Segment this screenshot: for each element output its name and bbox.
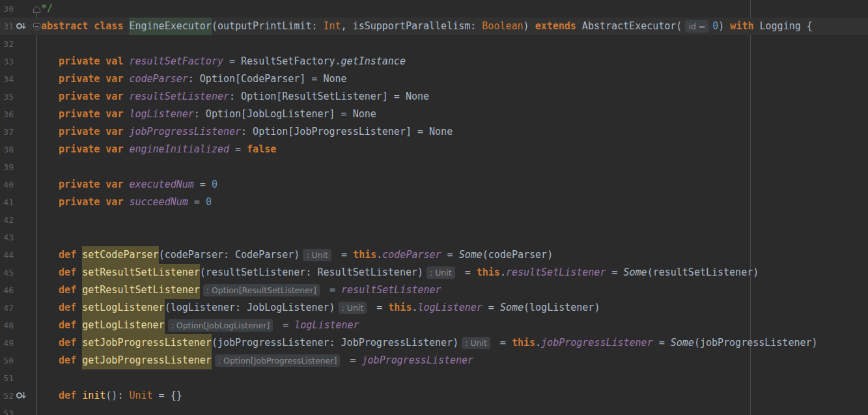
code-token: (codeParser: CodeParser) bbox=[159, 249, 300, 261]
code-token bbox=[41, 196, 59, 208]
keyword-token: with bbox=[730, 20, 753, 32]
line-number[interactable]: 30 bbox=[0, 0, 14, 18]
keyword-token: def bbox=[59, 302, 76, 313]
code-line[interactable]: 32 bbox=[0, 35, 868, 53]
code-line[interactable]: 45 def setResultSetListener(resultSetLis… bbox=[0, 264, 868, 281]
overridden-marker-icon[interactable] bbox=[16, 391, 27, 401]
line-number[interactable]: 35 bbox=[0, 88, 14, 106]
code-line[interactable]: 35 private var resultSetListener: Option… bbox=[0, 88, 868, 106]
code-line[interactable]: 41 private var succeedNum = 0 bbox=[0, 193, 868, 211]
line-number[interactable]: 40 bbox=[0, 176, 14, 193]
overridden-arrow-icon bbox=[16, 21, 27, 31]
code-text: private val resultSetFactory = ResultSet… bbox=[41, 53, 406, 70]
code-line[interactable]: 31abstract class EngineExecutor(outputPr… bbox=[0, 18, 868, 35]
code-text: private var resultSetListener: Option[Re… bbox=[41, 88, 429, 106]
code-line[interactable]: 33 private val resultSetFactory = Result… bbox=[0, 53, 868, 70]
code-editor[interactable]: 30*/31abstract class EngineExecutor(outp… bbox=[0, 0, 868, 415]
inline-hint[interactable]: : Unit bbox=[339, 302, 367, 314]
keyword-token: abstract class bbox=[41, 20, 129, 32]
code-token: = bbox=[371, 302, 388, 313]
code-line[interactable]: 38 private var engineInitialized = false bbox=[0, 141, 868, 158]
class-name: EngineExecutor bbox=[129, 18, 211, 35]
line-number[interactable]: 32 bbox=[0, 35, 14, 53]
line-number[interactable]: 43 bbox=[0, 229, 14, 246]
code-token: = bbox=[483, 302, 500, 313]
editor-rows: 30*/31abstract class EngineExecutor(outp… bbox=[0, 0, 868, 415]
code-line[interactable]: 43 bbox=[0, 229, 868, 246]
keyword-token: def bbox=[59, 266, 76, 278]
fold-end-icon[interactable] bbox=[33, 5, 41, 13]
code-token: = bbox=[229, 143, 247, 155]
code-line[interactable]: 44 def setCodeParser(codeParser: CodePar… bbox=[0, 246, 868, 264]
line-number[interactable]: 36 bbox=[0, 106, 14, 123]
code-token: = bbox=[344, 354, 361, 366]
code-line[interactable]: 50 def getJobProgressListener: Option[Jo… bbox=[0, 352, 868, 369]
code-line[interactable]: 49 def setJobProgressListener(jobProgres… bbox=[0, 334, 868, 352]
code-line[interactable]: 47 def setLogListener(logListener: JobLo… bbox=[0, 299, 868, 317]
line-number[interactable]: 39 bbox=[0, 158, 14, 176]
fold-start-icon[interactable] bbox=[33, 22, 41, 31]
code-line[interactable]: 34 private var codeParser: Option[CodePa… bbox=[0, 70, 868, 88]
overridden-marker-icon[interactable] bbox=[16, 21, 27, 31]
code-token bbox=[41, 179, 59, 190]
line-number[interactable]: 46 bbox=[0, 281, 14, 299]
line-number[interactable]: 31 bbox=[0, 18, 14, 35]
keyword-token: def bbox=[59, 319, 76, 331]
line-number[interactable]: 53 bbox=[0, 405, 14, 415]
code-token: : Option[ResultSetListener] = None bbox=[229, 91, 429, 102]
code-line[interactable]: 39 bbox=[0, 158, 868, 176]
keyword-token: def bbox=[59, 390, 76, 401]
type-token: Boolean bbox=[482, 20, 523, 32]
line-number[interactable]: 45 bbox=[0, 264, 14, 281]
code-line[interactable]: 46 def getResultSetListener: Option[Resu… bbox=[0, 281, 868, 299]
line-number[interactable]: 38 bbox=[0, 141, 14, 158]
keyword-token: false bbox=[247, 143, 276, 155]
code-line[interactable]: 53 bbox=[0, 405, 868, 415]
code-line[interactable]: 36 private var logListener: Option[JobLo… bbox=[0, 106, 868, 123]
code-token bbox=[76, 284, 82, 296]
code-line[interactable]: 37 private var jobProgressListener: Opti… bbox=[0, 123, 868, 141]
code-token: = ResultSetFactory. bbox=[223, 55, 341, 67]
code-line[interactable]: 48 def getLogListener: Option[JobLogList… bbox=[0, 317, 868, 334]
line-number[interactable]: 47 bbox=[0, 299, 14, 317]
line-number[interactable]: 33 bbox=[0, 53, 14, 70]
code-token: = bbox=[653, 337, 671, 349]
code-text: private var jobProgressListener: Option[… bbox=[41, 123, 453, 141]
inline-hint[interactable]: : Unit bbox=[303, 249, 331, 261]
line-number[interactable]: 42 bbox=[0, 211, 14, 229]
number-token: 0 bbox=[206, 196, 212, 208]
line-number[interactable]: 48 bbox=[0, 317, 14, 334]
code-token bbox=[41, 319, 59, 331]
code-line[interactable]: 52 def init(): Unit = {} bbox=[0, 387, 868, 405]
code-token: , isSupportParallelism: bbox=[341, 20, 483, 32]
method-name: setLogListener bbox=[82, 299, 164, 317]
code-token: = bbox=[494, 337, 512, 349]
code-line[interactable]: 40 private var executedNum = 0 bbox=[0, 176, 868, 193]
inline-hint[interactable]: : Option[ResultSetListener] bbox=[203, 284, 320, 296]
code-line[interactable]: 42 bbox=[0, 211, 868, 229]
field-token: jobProgressListener bbox=[129, 126, 241, 137]
line-number[interactable]: 52 bbox=[0, 387, 14, 405]
code-token: (): bbox=[105, 390, 129, 401]
inline-hint[interactable]: : Unit bbox=[462, 337, 490, 349]
inline-hint[interactable]: : Unit bbox=[427, 266, 455, 279]
code-text: def getResultSetListener: Option[ResultS… bbox=[41, 281, 441, 299]
inline-hint[interactable]: id = bbox=[685, 20, 708, 33]
line-number[interactable]: 50 bbox=[0, 352, 14, 369]
line-number[interactable]: 51 bbox=[0, 369, 14, 387]
code-token bbox=[76, 354, 82, 366]
inline-hint[interactable]: : Option[JobLogListener] bbox=[168, 319, 273, 332]
line-number[interactable]: 34 bbox=[0, 70, 14, 88]
line-number[interactable]: 49 bbox=[0, 334, 14, 352]
code-token bbox=[41, 249, 59, 261]
keyword-token: def bbox=[59, 354, 76, 366]
code-line[interactable]: 51 bbox=[0, 369, 868, 387]
code-token bbox=[41, 73, 59, 85]
code-token: : Option[CodeParser] = None bbox=[188, 73, 347, 85]
line-number[interactable]: 44 bbox=[0, 246, 14, 264]
line-number[interactable]: 37 bbox=[0, 123, 14, 141]
line-number[interactable]: 41 bbox=[0, 193, 14, 211]
inline-hint[interactable]: : Option[JobProgressListener] bbox=[215, 354, 341, 367]
code-line[interactable]: 30*/ bbox=[0, 0, 868, 18]
code-token bbox=[41, 91, 59, 102]
